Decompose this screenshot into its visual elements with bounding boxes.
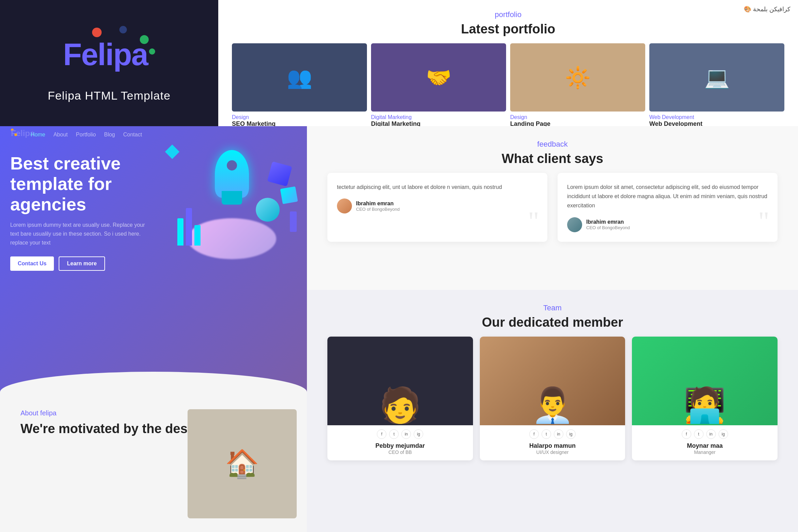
nav-link-about-anchor[interactable]: About [54, 132, 68, 137]
quote-mark-2: " [758, 208, 769, 235]
facebook-icon-3[interactable]: f [682, 429, 691, 439]
team-photo-3: 🧑‍💻 [632, 337, 778, 425]
portfolio-img-3: 🔆 [510, 43, 645, 112]
team-social-1: f t in ig [327, 425, 473, 441]
nav-link-blog[interactable]: Blog [104, 132, 115, 138]
iso-bulb-bottom [222, 191, 242, 205]
twitter-icon-1[interactable]: t [389, 429, 399, 439]
author-avatar-2 [567, 217, 582, 232]
team-person-1: 🧑 [379, 385, 422, 425]
portfolio-cat-4: Web Development [649, 114, 784, 120]
photo-4: 💻 [649, 43, 784, 112]
portfolio-cat-2: Digital Marketing [371, 114, 506, 120]
hero-website: Felipa Home About Portfolio Blog Contact… [0, 126, 307, 399]
author-title-2: CEO of BongoBeyond [586, 225, 630, 230]
dot-darkblue [119, 26, 127, 33]
portfolio-name-2: Digital Marketing [371, 120, 506, 126]
instagram-icon-1[interactable]: ig [414, 429, 423, 439]
nav-link-home[interactable]: Home [31, 132, 45, 138]
iso-bar2 [186, 208, 192, 246]
twitter-icon-2[interactable]: t [542, 429, 551, 439]
team-card-3: 🧑‍💻 f t in ig Moynar maa Mananger [632, 337, 778, 460]
geo-pillar [290, 211, 297, 232]
nav-link-blog-anchor[interactable]: Blog [104, 132, 115, 137]
portfolio-images: 👥 Design SEO Marketing 🤝 Digital Marketi… [232, 43, 784, 126]
geo-diamond1 [165, 145, 179, 159]
nav-link-contact[interactable]: Contact [123, 132, 142, 138]
facebook-icon-1[interactable]: f [377, 429, 386, 439]
feedback-author-2: Ibrahim emran CEO of BongoBeyond [567, 217, 768, 232]
bulb-inner [227, 160, 237, 171]
instagram-icon-2[interactable]: ig [566, 429, 576, 439]
brand-name: Felipa [63, 38, 148, 72]
portfolio-cat-3: Design [510, 114, 645, 120]
team-title: Our dedicated member [327, 315, 778, 330]
photo-3: 🔆 [510, 43, 645, 112]
nav-link-portfolio[interactable]: Portfolio [76, 132, 96, 138]
team-name-2: Halarpo mamun [485, 442, 620, 449]
quote-mark-1: " [528, 208, 539, 235]
iso-cube2 [280, 186, 298, 204]
about-image: 🏠 [188, 409, 297, 518]
portfolio-cat-1: Design [232, 114, 367, 120]
team-cards: 🧑 f t in ig Pebby mejumdar CEO of BB 👨‍💼… [327, 337, 778, 460]
photo-2: 🤝 [371, 43, 506, 112]
team-person-3: 🧑‍💻 [683, 385, 726, 425]
facebook-icon-2[interactable]: f [529, 429, 539, 439]
dot-red [92, 28, 102, 37]
about-panel: About felipa We're motivated by the desi… [0, 399, 307, 532]
hero-heading: Best creative template for agencies [10, 153, 153, 215]
learn-more-button[interactable]: Learn more [59, 256, 105, 271]
instagram-icon-3[interactable]: ig [719, 429, 728, 439]
portfolio-item: 💻 Web Development Web Development [649, 43, 784, 126]
team-name-1: Pebby mejumdar [333, 442, 468, 449]
team-photo-2: 👨‍💼 [480, 337, 625, 425]
portfolio-name-4: Web Development [649, 120, 784, 126]
team-photo-1: 🧑 [327, 337, 473, 425]
iso-base [188, 218, 276, 259]
hero-illustration [164, 143, 300, 273]
team-info-1: Pebby mejumdar CEO of BB [327, 441, 473, 460]
feedback-label: feedback [327, 140, 778, 149]
linkedin-icon-1[interactable]: in [401, 429, 411, 439]
hero-panel: Felipa Home About Portfolio Blog Contact… [0, 126, 307, 399]
portfolio-item: 🔆 Design Landing Page [510, 43, 645, 126]
nav-link-home-anchor[interactable]: Home [31, 132, 45, 137]
iso-bulb [215, 150, 249, 198]
author-title-1: CEO of BongoBeyond [356, 207, 400, 212]
author-info-1: Ibrahim emran CEO of BongoBeyond [356, 201, 400, 212]
feedback-title: What client says [327, 151, 778, 166]
portfolio-item: 🤝 Digital Marketing Digital Marketing [371, 43, 506, 126]
team-info-3: Moynar maa Mananger [632, 441, 778, 460]
iso-bar1 [177, 218, 183, 246]
team-card-1: 🧑 f t in ig Pebby mejumdar CEO of BB [327, 337, 473, 460]
team-role-1: CEO of BB [333, 449, 468, 455]
team-info-2: Halarpo mamun UI/UX designer [480, 441, 625, 460]
nav-link-portfolio-anchor[interactable]: Portfolio [76, 132, 96, 137]
team-role-2: UI/UX designer [485, 449, 620, 455]
team-name-3: Moynar maa [637, 442, 772, 449]
team-role-3: Mananger [637, 449, 772, 455]
hero-description: Lorem ipsum dummy text are usually use. … [10, 221, 153, 247]
nav-link-about[interactable]: About [54, 132, 68, 138]
contact-us-button[interactable]: Contact Us [10, 256, 54, 271]
twitter-icon-3[interactable]: t [694, 429, 704, 439]
linkedin-icon-3[interactable]: in [706, 429, 716, 439]
portfolio-name-1: SEO Marketing [232, 120, 367, 126]
hero-nav-links: Home About Portfolio Blog Contact [31, 132, 142, 138]
hero-nav-logo: Felipa [10, 129, 17, 141]
hero-wave [0, 372, 307, 399]
logo-panel: Felipa Felipa HTML Template [0, 0, 218, 126]
portfolio-name-3: Landing Page [510, 120, 645, 126]
linkedin-icon-2[interactable]: in [554, 429, 563, 439]
nav-logo-dot [14, 133, 17, 136]
nav-link-contact-anchor[interactable]: Contact [123, 132, 142, 137]
team-social-3: f t in ig [632, 425, 778, 441]
portfolio-img-2: 🤝 [371, 43, 506, 112]
team-label: Team [327, 304, 778, 312]
feedback-card-1: tectetur adipiscing elit, unt ut labore … [327, 173, 547, 242]
template-subtitle: Felipa HTML Template [48, 89, 171, 102]
author-name-2: Ibrahim emran [586, 219, 630, 225]
author-info-2: Ibrahim emran CEO of BongoBeyond [586, 219, 630, 230]
team-person-2: 👨‍💼 [531, 385, 574, 425]
